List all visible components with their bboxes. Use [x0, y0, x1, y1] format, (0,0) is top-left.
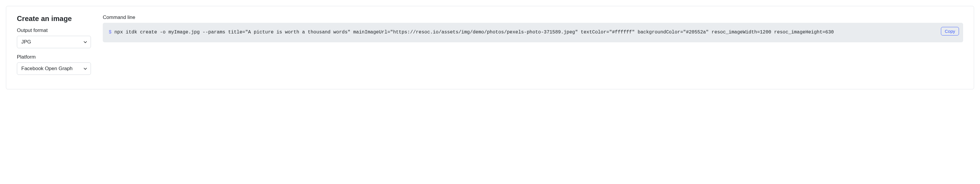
section-title: Create an image	[17, 14, 91, 23]
prompt-symbol: $	[109, 30, 111, 35]
right-column: Command line $ npx itdk create -o myImag…	[103, 14, 963, 81]
output-format-select-wrap: JPG	[17, 36, 91, 48]
platform-label: Platform	[17, 54, 91, 60]
create-image-card: Create an image Output format JPG Platfo…	[6, 6, 974, 89]
command-text: npx itdk create -o myImage.jpg --params …	[111, 30, 834, 35]
output-format-label: Output format	[17, 27, 91, 33]
platform-select-wrap: Facebook Open Graph	[17, 62, 91, 75]
left-column: Create an image Output format JPG Platfo…	[17, 14, 91, 81]
output-format-select[interactable]: JPG	[17, 36, 91, 48]
command-line-block: $ npx itdk create -o myImage.jpg --param…	[103, 23, 963, 42]
platform-select[interactable]: Facebook Open Graph	[17, 62, 91, 75]
copy-button[interactable]: Copy	[941, 27, 959, 35]
command-line-label: Command line	[103, 14, 963, 21]
